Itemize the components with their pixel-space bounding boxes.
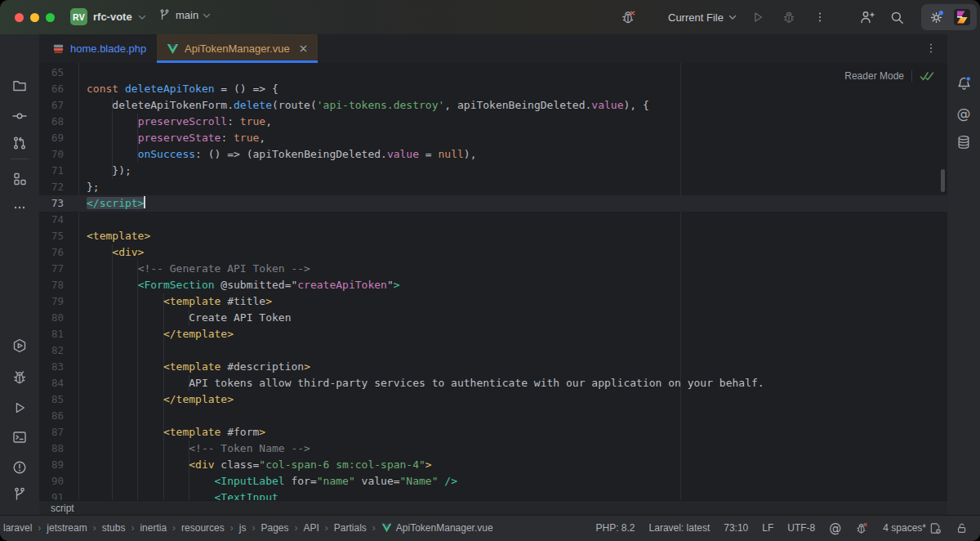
code-line[interactable]: 72}; bbox=[39, 179, 947, 195]
code-line[interactable]: 75<template> bbox=[39, 228, 947, 244]
tab-options-button[interactable] bbox=[921, 38, 941, 58]
line-number[interactable]: 85 bbox=[39, 391, 64, 408]
close-icon[interactable] bbox=[299, 44, 308, 53]
bug-status-button[interactable] bbox=[855, 521, 869, 535]
code-line[interactable]: 89 <div class="col-span-6 sm:col-span-4"… bbox=[39, 457, 947, 473]
breadcrumb-item[interactable]: jetstream bbox=[47, 522, 87, 534]
structure-tool-button[interactable] bbox=[7, 167, 32, 191]
code-line[interactable]: 73</script> bbox=[39, 195, 947, 212]
git-tool-button[interactable] bbox=[7, 482, 32, 507]
breadcrumb-item[interactable]: js bbox=[239, 522, 247, 534]
line-number[interactable]: 70 bbox=[39, 146, 64, 163]
breadcrumb-item[interactable]: inertia bbox=[140, 522, 167, 534]
code-line[interactable]: 71 }); bbox=[39, 163, 947, 179]
problems-tool-button[interactable] bbox=[7, 455, 32, 480]
code-line[interactable]: 86 bbox=[39, 408, 947, 424]
line-number[interactable]: 84 bbox=[39, 375, 64, 391]
line-number[interactable]: 72 bbox=[39, 179, 64, 195]
code-line[interactable]: 83 <template #description> bbox=[39, 359, 947, 375]
file-lock-button[interactable] bbox=[956, 521, 969, 534]
line-number[interactable]: 69 bbox=[39, 130, 64, 146]
code-line[interactable]: 80 Create API Token bbox=[39, 310, 947, 326]
services-tool-button[interactable] bbox=[7, 333, 32, 358]
line-separator-widget[interactable]: LF bbox=[762, 522, 773, 534]
code-line[interactable]: 85 </template> bbox=[39, 391, 947, 408]
code-line[interactable]: 84 API tokens allow third-party services… bbox=[39, 375, 947, 391]
breadcrumb-item[interactable]: Partials bbox=[334, 522, 367, 534]
commit-tool-button[interactable] bbox=[7, 104, 32, 128]
debugger-status-button[interactable] bbox=[619, 7, 639, 27]
code-line[interactable]: 70 onSuccess: () => (apiTokenBeingDelete… bbox=[39, 146, 947, 163]
line-number[interactable]: 65 bbox=[39, 65, 64, 81]
line-number[interactable]: 83 bbox=[39, 359, 64, 375]
code-line[interactable]: 67 deleteApiTokenForm.delete(route('api-… bbox=[39, 97, 947, 114]
line-number[interactable]: 73 bbox=[39, 195, 64, 212]
line-number[interactable]: 77 bbox=[39, 261, 64, 277]
tab-home-blade[interactable]: home.blade.php bbox=[42, 34, 156, 63]
code-line[interactable]: 88 <!-- Token Name --> bbox=[39, 440, 947, 457]
notifications-button[interactable] bbox=[951, 71, 976, 96]
breadcrumb-scope[interactable]: script bbox=[51, 503, 74, 514]
code-line[interactable]: 82 bbox=[39, 342, 947, 359]
breadcrumb-item[interactable]: Pages bbox=[261, 522, 288, 534]
code-editor[interactable]: 6566const deleteApiToken = () => {67 del… bbox=[39, 63, 947, 500]
run-tool-button[interactable] bbox=[7, 396, 32, 420]
line-number[interactable]: 79 bbox=[39, 293, 64, 310]
line-number[interactable]: 88 bbox=[39, 440, 64, 457]
branch-selector[interactable]: main bbox=[158, 8, 211, 22]
line-number[interactable]: 87 bbox=[39, 424, 64, 440]
composer-tool-button[interactable]: @ bbox=[951, 101, 976, 126]
search-everywhere-button[interactable] bbox=[887, 7, 906, 27]
database-tool-button[interactable] bbox=[951, 130, 976, 154]
line-number[interactable]: 89 bbox=[39, 457, 64, 473]
line-number[interactable]: 74 bbox=[39, 212, 64, 228]
caret-position-widget[interactable]: 73:10 bbox=[724, 522, 748, 534]
code-with-me-button[interactable] bbox=[858, 7, 877, 27]
code-line[interactable]: 77 <!-- Generate API Token --> bbox=[39, 261, 947, 277]
code-lines[interactable]: 6566const deleteApiToken = () => {67 del… bbox=[39, 63, 947, 500]
code-line[interactable]: 76 <div> bbox=[39, 244, 947, 261]
breadcrumb-item[interactable]: laravel bbox=[3, 522, 32, 534]
code-line[interactable]: 68 preserveScroll: true, bbox=[39, 114, 947, 130]
phpstorm-logo[interactable] bbox=[953, 8, 971, 26]
line-number[interactable]: 90 bbox=[39, 473, 64, 490]
breadcrumb-file[interactable]: ApiTokenManager.vue bbox=[381, 522, 493, 534]
code-line[interactable]: 66const deleteApiToken = () => { bbox=[39, 81, 947, 97]
code-line[interactable]: 90 <InputLabel for="name" value="Name" /… bbox=[39, 473, 947, 490]
line-number[interactable]: 82 bbox=[39, 342, 64, 359]
laravel-version-widget[interactable]: Laravel: latest bbox=[649, 522, 710, 534]
minimize-window-button[interactable] bbox=[30, 13, 39, 22]
toolbar-more-button[interactable] bbox=[810, 7, 830, 27]
code-line[interactable]: 65 bbox=[39, 65, 947, 81]
double-check-icon[interactable] bbox=[920, 71, 934, 82]
settings-button[interactable] bbox=[927, 7, 947, 27]
code-line[interactable]: 79 <template #title> bbox=[39, 293, 947, 310]
run-configuration-selector[interactable]: Current File bbox=[668, 11, 737, 24]
zoom-window-button[interactable] bbox=[46, 13, 55, 22]
code-line[interactable]: 69 preserveState: true, bbox=[39, 130, 947, 146]
composer-status-button[interactable]: @ bbox=[829, 521, 841, 535]
line-number[interactable]: 78 bbox=[39, 277, 64, 293]
breadcrumb-item[interactable]: API bbox=[303, 522, 318, 534]
tab-api-token-manager[interactable]: ApiTokenManager.vue bbox=[157, 34, 318, 63]
project-selector[interactable]: RV rfc-vote bbox=[70, 8, 146, 25]
line-number[interactable]: 81 bbox=[39, 326, 64, 342]
run-button[interactable] bbox=[748, 7, 768, 27]
reader-mode-widget[interactable]: Reader Mode bbox=[843, 69, 936, 83]
code-line[interactable]: 91 <TextInput bbox=[39, 490, 947, 500]
line-number[interactable]: 80 bbox=[39, 310, 64, 326]
line-number[interactable]: 75 bbox=[39, 228, 64, 244]
indent-widget[interactable]: 4 spaces* bbox=[883, 522, 942, 534]
breadcrumb-item[interactable]: stubs bbox=[102, 522, 126, 534]
pull-requests-tool-button[interactable] bbox=[7, 131, 32, 155]
code-line[interactable]: 81 </template> bbox=[39, 326, 947, 342]
line-number[interactable]: 91 bbox=[39, 490, 64, 500]
editor-scrollbar[interactable] bbox=[941, 169, 945, 192]
breadcrumb-item[interactable]: resources bbox=[181, 522, 225, 534]
line-number[interactable]: 76 bbox=[39, 244, 64, 261]
terminal-tool-button[interactable] bbox=[7, 425, 32, 449]
php-version-widget[interactable]: PHP: 8.2 bbox=[596, 522, 635, 534]
line-number[interactable]: 68 bbox=[39, 114, 64, 130]
line-number[interactable]: 71 bbox=[39, 163, 64, 179]
line-number[interactable]: 86 bbox=[39, 408, 64, 424]
